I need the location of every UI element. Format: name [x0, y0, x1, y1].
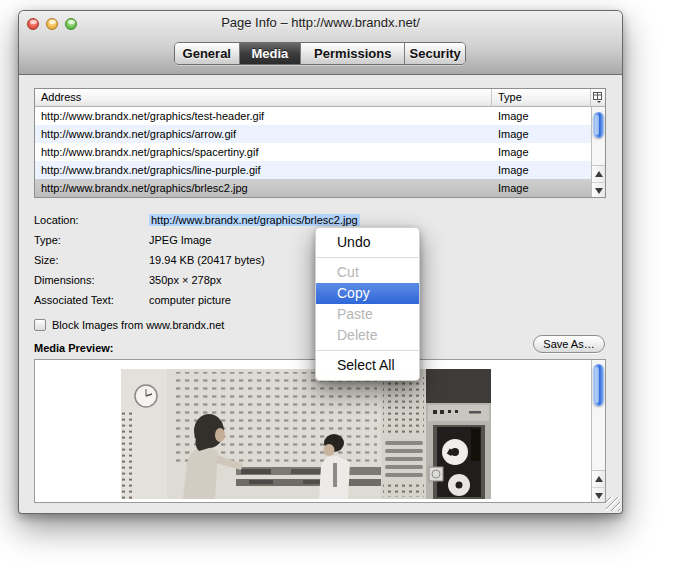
scroll-up-button[interactable] [592, 471, 605, 487]
scroll-down-button[interactable] [592, 182, 605, 198]
media-table: Address Type http://www.brandx.net/graph… [34, 88, 606, 198]
menu-item-paste: Paste [316, 304, 419, 325]
save-as-button[interactable]: Save As… [533, 335, 605, 353]
cell-type: Image [492, 125, 593, 143]
cell-address: http://www.brandx.net/graphics/brlesc2.j… [35, 179, 492, 197]
menu-item-delete: Delete [316, 325, 419, 346]
column-header-address[interactable]: Address [35, 89, 492, 106]
tab-bar: General Media Permissions Security [174, 42, 466, 65]
scroll-down-icon [595, 493, 603, 499]
detail-label-type: Type: [34, 234, 149, 254]
table-row[interactable]: http://www.brandx.net/graphics/line-purp… [35, 161, 605, 179]
table-row-selected[interactable]: http://www.brandx.net/graphics/brlesc2.j… [35, 179, 605, 197]
scroll-up-button[interactable] [592, 166, 605, 182]
scrollbar-thumb[interactable] [593, 112, 604, 138]
cell-address: http://www.brandx.net/graphics/spacertin… [35, 143, 492, 161]
cell-type: Image [492, 143, 593, 161]
media-preview-image [121, 369, 491, 499]
tab-permissions[interactable]: Permissions [301, 43, 405, 64]
column-picker-button[interactable] [591, 89, 605, 106]
menu-separator [316, 350, 419, 351]
block-images-checkbox[interactable] [34, 319, 46, 331]
detail-value-associated-text: computer picture [149, 294, 231, 314]
menu-item-cut: Cut [316, 262, 419, 283]
detail-label-size: Size: [34, 254, 149, 274]
cell-type: Image [492, 161, 593, 179]
scroll-up-icon [595, 171, 603, 177]
detail-value-dimensions: 350px × 278px [149, 274, 221, 294]
table-row[interactable]: http://www.brandx.net/graphics/test-head… [35, 107, 605, 125]
menu-separator [316, 257, 419, 258]
column-picker-icon [593, 92, 604, 103]
cell-type: Image [492, 107, 593, 125]
window-title: Page Info – http://www.brandx.net/ [19, 15, 622, 30]
cell-address: http://www.brandx.net/graphics/test-head… [35, 107, 492, 125]
scrollbar-thumb[interactable] [593, 364, 604, 406]
scroll-down-icon [595, 188, 603, 194]
table-scrollbar[interactable] [591, 107, 605, 197]
tab-security[interactable]: Security [405, 43, 465, 64]
menu-item-undo[interactable]: Undo [316, 232, 419, 253]
detail-label-dimensions: Dimensions: [34, 274, 149, 294]
resize-grip-icon[interactable] [606, 497, 620, 511]
menu-item-copy[interactable]: Copy [316, 283, 419, 304]
tab-media[interactable]: Media [240, 43, 302, 64]
table-header: Address Type [35, 89, 605, 107]
media-preview-label: Media Preview: [34, 342, 113, 354]
detail-label-associated-text: Associated Text: [34, 294, 149, 314]
block-images-label: Block Images from www.brandx.net [52, 319, 224, 331]
detail-value-type: JPEG Image [149, 234, 211, 254]
scroll-down-button[interactable] [592, 487, 605, 503]
titlebar[interactable]: Page Info – http://www.brandx.net/ Gener… [19, 11, 622, 75]
detail-value-size: 19.94 KB (20417 bytes) [149, 254, 265, 274]
preview-scrollbar[interactable] [591, 360, 605, 502]
scroll-up-icon [595, 476, 603, 482]
tab-general[interactable]: General [175, 43, 240, 64]
location-value-selected-text[interactable]: http://www.brandx.net/graphics/brlesc2.j… [149, 214, 360, 226]
menu-item-select-all[interactable]: Select All [316, 355, 419, 376]
cell-address: http://www.brandx.net/graphics/line-purp… [35, 161, 492, 179]
detail-label-location: Location: [34, 214, 149, 234]
column-header-type[interactable]: Type [492, 89, 591, 106]
cell-type: Image [492, 179, 593, 197]
table-row[interactable]: http://www.brandx.net/graphics/arrow.gif… [35, 125, 605, 143]
context-menu: Undo Cut Copy Paste Delete Select All [315, 227, 420, 381]
table-row[interactable]: http://www.brandx.net/graphics/spacertin… [35, 143, 605, 161]
cell-address: http://www.brandx.net/graphics/arrow.gif [35, 125, 492, 143]
